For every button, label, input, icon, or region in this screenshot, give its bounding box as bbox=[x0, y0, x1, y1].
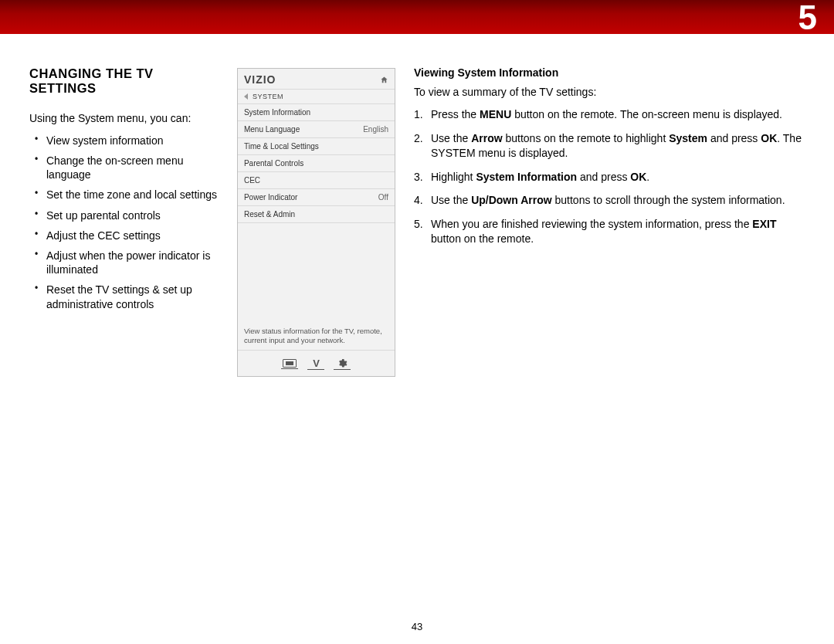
step-text: When you are finished reviewing the syst… bbox=[431, 218, 752, 230]
tv-menu-header: VIZIO bbox=[238, 69, 395, 90]
step-text: Highlight bbox=[431, 171, 476, 183]
intro-text: Using the System menu, you can: bbox=[29, 111, 223, 126]
step-bold: OK bbox=[761, 132, 777, 144]
list-item: Reset the TV settings & set up administr… bbox=[46, 283, 223, 310]
list-item: Adjust the CEC settings bbox=[46, 229, 223, 242]
step-item: When you are finished reviewing the syst… bbox=[431, 217, 805, 246]
step-item: Use the Arrow buttons on the remote to h… bbox=[431, 131, 805, 161]
step-text: button on the remote. bbox=[431, 232, 534, 245]
tv-menu-row: System Information bbox=[238, 104, 395, 121]
tv-footer-icons: V bbox=[238, 351, 395, 376]
row-label: System Information bbox=[244, 108, 310, 117]
row-label: Menu Language bbox=[244, 125, 300, 134]
wide-mode-icon bbox=[281, 359, 298, 369]
section-heading: CHANGING THE TV SETTINGS bbox=[29, 66, 223, 96]
tv-menu-row: CEC bbox=[238, 172, 395, 189]
home-icon bbox=[380, 76, 388, 84]
steps-list: Press the MENU button on the remote. The… bbox=[414, 107, 805, 246]
row-value: English bbox=[363, 125, 388, 134]
step-text: buttons on the remote to highlight bbox=[503, 132, 670, 144]
list-item: Set the time zone and local settings bbox=[46, 188, 223, 202]
list-item: Set up parental controls bbox=[46, 208, 223, 222]
row-label: Reset & Admin bbox=[244, 210, 295, 219]
breadcrumb-label: SYSTEM bbox=[253, 93, 283, 100]
row-label: Parental Controls bbox=[244, 159, 303, 168]
header-band: 5 bbox=[0, 0, 834, 34]
step-item: Highlight System Information and press O… bbox=[431, 170, 805, 185]
row-label: Time & Local Settings bbox=[244, 142, 319, 151]
row-label: Power Indicator bbox=[244, 193, 297, 202]
step-text: . bbox=[646, 171, 649, 183]
row-value: Off bbox=[378, 193, 388, 202]
list-item: Adjust when the power indicator is illum… bbox=[46, 249, 223, 276]
step-text: and press bbox=[577, 171, 630, 183]
step-text: Use the bbox=[431, 132, 471, 144]
step-text: Use the bbox=[431, 194, 471, 206]
tv-menu-row: Parental Controls bbox=[238, 155, 395, 172]
steps-intro: To view a summary of the TV settings: bbox=[414, 85, 805, 100]
step-text: buttons to scroll through the system inf… bbox=[552, 194, 785, 206]
step-text: button on the remote. The on-screen menu… bbox=[511, 108, 782, 120]
tv-menu-row: Reset & Admin bbox=[238, 206, 395, 223]
gear-icon bbox=[334, 358, 351, 370]
tv-system-menu-illustration: VIZIO SYSTEM System Information Menu Lan… bbox=[237, 68, 395, 377]
tv-menu-row: Menu Language English bbox=[238, 121, 395, 138]
step-text: and press bbox=[707, 132, 761, 144]
subheading: Viewing System Information bbox=[414, 66, 805, 79]
step-item: Press the MENU button on the remote. The… bbox=[431, 107, 805, 122]
page-number: 43 bbox=[0, 621, 834, 632]
step-bold: OK bbox=[630, 171, 646, 183]
step-text: Press the bbox=[431, 108, 480, 120]
row-label: CEC bbox=[244, 176, 260, 185]
step-bold: System Information bbox=[476, 171, 577, 183]
tv-help-text: View status information for the TV, remo… bbox=[238, 320, 395, 351]
tv-breadcrumb: SYSTEM bbox=[238, 90, 395, 104]
list-item: View system information bbox=[46, 134, 223, 147]
capability-list: View system information Change the on-sc… bbox=[29, 134, 223, 311]
step-item: Use the Up/Down Arrow buttons to scroll … bbox=[431, 193, 805, 208]
step-bold: MENU bbox=[480, 108, 511, 120]
step-bold: EXIT bbox=[752, 218, 776, 230]
step-bold: System bbox=[669, 132, 707, 144]
chapter-number: 5 bbox=[798, 0, 817, 37]
list-item: Change the on-screen menu language bbox=[46, 154, 223, 181]
step-bold: Arrow bbox=[471, 132, 502, 144]
tv-menu-row: Power Indicator Off bbox=[238, 189, 395, 206]
tv-menu-row: Time & Local Settings bbox=[238, 138, 395, 155]
tv-brand-label: VIZIO bbox=[244, 73, 276, 86]
step-bold: Up/Down Arrow bbox=[471, 194, 551, 206]
back-icon bbox=[244, 93, 248, 100]
v-logo-icon: V bbox=[307, 358, 324, 370]
